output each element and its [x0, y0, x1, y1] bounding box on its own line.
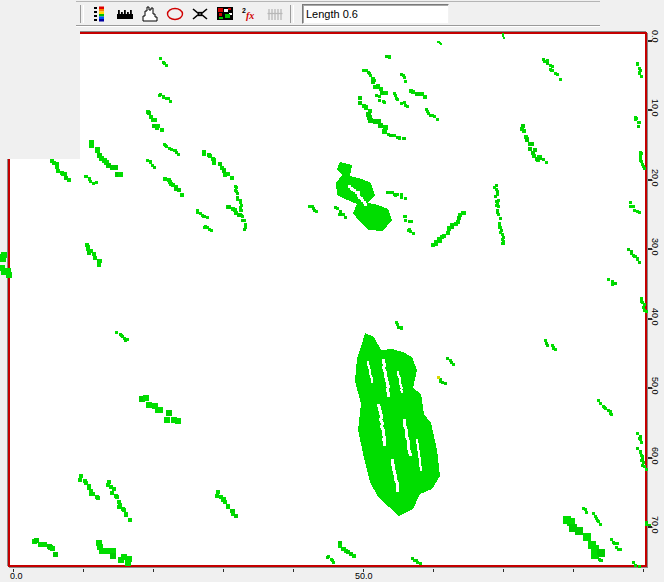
plot-frame[interactable]	[8, 32, 647, 567]
app-window: 2 fx 0.050.0 0.010.020.030.040.050.060.0…	[0, 0, 664, 582]
comb-disabled-icon	[266, 5, 284, 23]
y-axis-label: 70.0	[650, 516, 660, 534]
y-tick	[648, 457, 652, 459]
y-axis-label: 10.0	[650, 99, 660, 117]
color-scale-button[interactable]	[88, 3, 111, 24]
x-axis-label: 0.0	[10, 571, 23, 581]
y-tick	[648, 526, 652, 528]
x-tick	[503, 569, 504, 572]
function-fx-button[interactable]: 2 fx	[238, 3, 261, 24]
svg-text:fx: fx	[246, 10, 254, 21]
x-tick	[13, 569, 14, 572]
y-axis-label: 20.0	[650, 169, 660, 187]
ellipse-button[interactable]	[163, 3, 186, 24]
histogram-button[interactable]	[138, 3, 161, 24]
length-input[interactable]	[302, 4, 449, 24]
x-tick	[293, 569, 294, 572]
comb-button	[263, 3, 286, 24]
y-tick	[648, 318, 652, 320]
x-tick	[363, 569, 364, 572]
ellipse-icon	[166, 5, 184, 23]
toolbar: 2 fx	[76, 1, 600, 26]
x-tick	[83, 569, 84, 572]
compare-button[interactable]	[188, 3, 211, 24]
y-axis-label: 40.0	[650, 308, 660, 326]
x-tick	[643, 569, 644, 572]
y-tick	[648, 40, 652, 42]
toolbar-separator	[290, 5, 294, 23]
color-scale-icon	[91, 5, 109, 23]
y-tick	[648, 248, 652, 250]
x-axis-label: 50.0	[355, 571, 373, 581]
x-tick	[433, 569, 434, 572]
y-tick	[648, 179, 652, 181]
y-tick	[648, 387, 652, 389]
x-tick	[153, 569, 154, 572]
x-tick	[573, 569, 574, 572]
histogram-icon	[141, 5, 159, 23]
y-axis-label: 60.0	[650, 447, 660, 465]
y-axis-label: 0.0	[650, 30, 660, 43]
x-tick	[223, 569, 224, 572]
image-threshold-button[interactable]	[213, 3, 236, 24]
background-notch	[0, 28, 80, 159]
compare-icon	[191, 5, 209, 23]
toolbar-separator	[80, 5, 84, 23]
y-axis-label: 50.0	[650, 377, 660, 395]
function-fx-icon: 2 fx	[241, 5, 259, 23]
y-axis-label: 30.0	[650, 238, 660, 256]
ruler-button[interactable]	[113, 3, 136, 24]
ruler-icon	[116, 5, 134, 23]
image-threshold-icon	[216, 5, 234, 23]
y-tick	[648, 109, 652, 111]
